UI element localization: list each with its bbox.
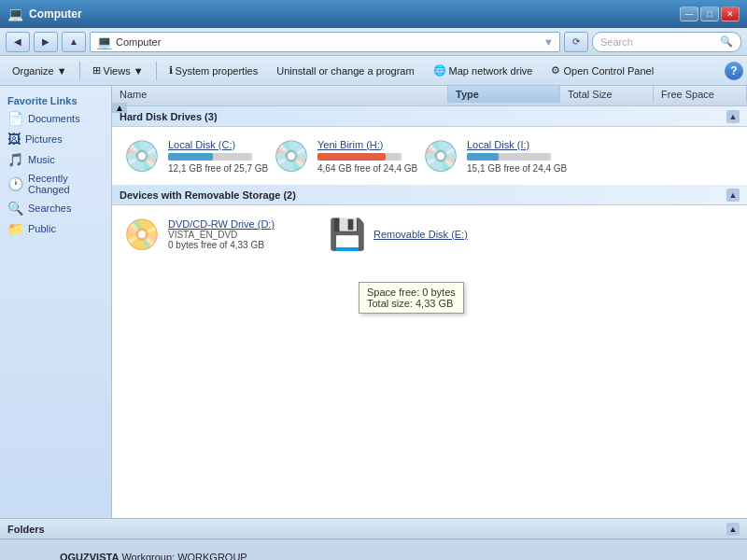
drive-i-info: Local Disk (I:) 15,1 GB free of 24,4 GB bbox=[467, 139, 567, 174]
sidebar-item-public[interactable]: 📁 Public bbox=[0, 218, 111, 239]
map-network-button[interactable]: 🌐 Map network drive bbox=[425, 60, 542, 82]
computer-large-icon: 🖥 bbox=[11, 553, 49, 561]
sidebar-item-recently-changed[interactable]: 🕐 Recently Changed bbox=[0, 170, 111, 198]
open-control-panel-button[interactable]: ⚙ Open Control Panel bbox=[543, 60, 662, 82]
drive-h-bar-bg bbox=[317, 153, 402, 161]
usb-icon: 💾 bbox=[329, 217, 366, 252]
drive-i-name: Local Disk (I:) bbox=[467, 139, 567, 150]
search-icon: 🔍 bbox=[720, 35, 733, 48]
address-box[interactable]: 💻 Computer ▼ bbox=[90, 32, 560, 52]
close-button[interactable]: ✕ bbox=[721, 7, 740, 21]
back-button[interactable]: ◀ bbox=[6, 32, 30, 52]
toolbar-separator-1 bbox=[79, 62, 80, 80]
maximize-button[interactable]: □ bbox=[700, 7, 719, 21]
folders-collapse-button[interactable]: ▲ bbox=[726, 523, 740, 536]
computer-info: OGUZVISTA Workgroup: WORKGROUP Processor… bbox=[60, 550, 276, 560]
system-properties-button[interactable]: ℹ System properties bbox=[161, 60, 267, 82]
dropdown-icon2: ▼ bbox=[134, 65, 144, 77]
views-button[interactable]: ⊞ Views ▼ bbox=[84, 60, 152, 82]
drive-h-top: 💿 Yeni Birim (H:) 4,64 GB free of 24,4 G… bbox=[273, 138, 396, 174]
sysinfo-icon: ℹ bbox=[169, 64, 173, 77]
title-text: Computer bbox=[29, 7, 82, 21]
address-path: Computer bbox=[116, 36, 161, 48]
col-name[interactable]: Name bbox=[112, 86, 448, 103]
uninstall-button[interactable]: Uninstall or change a program bbox=[268, 60, 422, 82]
removable-grid: 📀 DVD/CD-RW Drive (D:) VISTA_EN_DVD 0 by… bbox=[112, 205, 747, 263]
drive-h-icon: 💿 bbox=[273, 138, 310, 174]
pictures-icon: 🖼 bbox=[7, 132, 21, 147]
hard-drives-collapse[interactable]: ▲ bbox=[726, 110, 740, 123]
removable-label: Devices with Removable Storage (2) bbox=[120, 189, 296, 201]
drive-grid: 💿 Local Disk (C:) 12,1 GB free of 25,7 G… bbox=[112, 127, 747, 185]
refresh-button[interactable]: ⟳ bbox=[564, 32, 588, 52]
usb-name: Removable Disk (E:) bbox=[374, 229, 468, 240]
col-type[interactable]: Type bbox=[448, 86, 560, 103]
sidebar-item-music[interactable]: 🎵 Music bbox=[0, 149, 111, 170]
removable-disk[interactable]: 💾 Removable Disk (E:) bbox=[325, 213, 512, 256]
tooltip-line1: Space free: 0 bytes bbox=[367, 287, 456, 298]
searches-icon: 🔍 bbox=[7, 201, 23, 216]
window-controls: — □ ✕ bbox=[680, 7, 740, 21]
network-icon: 🌐 bbox=[433, 64, 446, 77]
main-layout: Favorite Links 📄 Documents 🖼 Pictures 🎵 … bbox=[0, 86, 747, 518]
sidebar: Favorite Links 📄 Documents 🖼 Pictures 🎵 … bbox=[0, 86, 112, 518]
title-bar: 💻 Computer — □ ✕ bbox=[0, 0, 747, 28]
col-free-space[interactable]: Free Space bbox=[654, 86, 747, 103]
help-button[interactable]: ? bbox=[725, 62, 743, 80]
forward-button[interactable]: ▶ bbox=[34, 32, 58, 52]
drive-h-bar-fill bbox=[317, 153, 386, 161]
computer-name-line: OGUZVISTA Workgroup: WORKGROUP bbox=[60, 550, 276, 560]
minimize-button[interactable]: — bbox=[680, 7, 698, 21]
dropdown-icon: ▼ bbox=[57, 65, 67, 77]
dvd-icon: 📀 bbox=[123, 217, 161, 252]
toolbar-separator-2 bbox=[156, 62, 157, 80]
removable-section-header: Devices with Removable Storage (2) ▲ bbox=[112, 185, 747, 205]
usb-info: Removable Disk (E:) bbox=[374, 229, 468, 240]
drive-h-info: Yeni Birim (H:) 4,64 GB free of 24,4 GB bbox=[317, 139, 417, 174]
sidebar-item-pictures[interactable]: 🖼 Pictures bbox=[0, 129, 111, 149]
drive-h-free: 4,64 GB free of 24,4 GB bbox=[317, 163, 417, 174]
dvd-drive[interactable]: 📀 DVD/CD-RW Drive (D:) VISTA_EN_DVD 0 by… bbox=[120, 213, 306, 256]
address-bar: ◀ ▶ ▲ 💻 Computer ▼ ⟳ Search 🔍 bbox=[0, 28, 747, 56]
hard-drives-section-header: Hard Disk Drives (3) ▲ bbox=[112, 106, 747, 127]
sidebar-header: Favorite Links bbox=[0, 93, 111, 108]
drive-h[interactable]: 💿 Yeni Birim (H:) 4,64 GB free of 24,4 G… bbox=[269, 134, 400, 177]
public-icon: 📁 bbox=[7, 221, 23, 236]
bottom-panel: 🖥 OGUZVISTA Workgroup: WORKGROUP Process… bbox=[0, 539, 747, 560]
tooltip: Space free: 0 bytes Total size: 4,33 GB bbox=[359, 282, 464, 314]
drive-i-icon: 💿 bbox=[422, 138, 459, 174]
dvd-name: DVD/CD-RW Drive (D:) bbox=[168, 218, 275, 230]
drive-c-bar-bg bbox=[168, 153, 252, 161]
drive-i-free: 15,1 GB free of 24,4 GB bbox=[467, 163, 567, 174]
folder-icon: 💻 bbox=[7, 7, 23, 21]
col-total-size[interactable]: Total Size bbox=[560, 86, 654, 103]
search-placeholder: Search bbox=[600, 36, 633, 48]
drive-c-free: 12,1 GB free of 25,7 GB bbox=[168, 163, 268, 174]
drive-i-bar-bg bbox=[467, 153, 551, 161]
control-panel-icon: ⚙ bbox=[551, 64, 560, 77]
organize-button[interactable]: Organize ▼ bbox=[4, 60, 76, 82]
views-icon: ⊞ bbox=[92, 64, 101, 77]
drive-i-bar-fill bbox=[467, 153, 499, 161]
search-box[interactable]: Search 🔍 bbox=[592, 32, 741, 52]
sidebar-item-documents[interactable]: 📄 Documents bbox=[0, 108, 111, 129]
music-icon: 🎵 bbox=[7, 152, 23, 167]
toolbar: Organize ▼ ⊞ Views ▼ ℹ System properties… bbox=[0, 56, 747, 86]
hard-drives-label: Hard Disk Drives (3) bbox=[120, 111, 218, 122]
computer-icon-small: 💻 bbox=[96, 35, 112, 49]
drive-h-name: Yeni Birim (H:) bbox=[317, 139, 417, 150]
up-button[interactable]: ▲ bbox=[62, 32, 86, 52]
dvd-free: 0 bytes free of 4,33 GB bbox=[168, 240, 275, 250]
drive-c-top: 💿 Local Disk (C:) 12,1 GB free of 25,7 G… bbox=[123, 138, 247, 174]
dvd-info: DVD/CD-RW Drive (D:) VISTA_EN_DVD 0 byte… bbox=[168, 218, 275, 250]
favorite-links-section: Favorite Links 📄 Documents 🖼 Pictures 🎵 … bbox=[0, 93, 111, 239]
drive-c-name: Local Disk (C:) bbox=[168, 139, 268, 150]
removable-collapse[interactable]: ▲ bbox=[726, 189, 740, 202]
drive-c-icon: 💿 bbox=[123, 138, 161, 174]
drive-c-info: Local Disk (C:) 12,1 GB free of 25,7 GB bbox=[168, 139, 268, 174]
column-headers: Name Type Total Size Free Space ▲ bbox=[112, 86, 747, 106]
sidebar-item-searches[interactable]: 🔍 Searches bbox=[0, 198, 111, 218]
drive-i[interactable]: 💿 Local Disk (I:) 15,1 GB free of 24,4 G… bbox=[418, 134, 549, 177]
dropdown-arrow[interactable]: ▼ bbox=[543, 36, 554, 48]
drive-c[interactable]: 💿 Local Disk (C:) 12,1 GB free of 25,7 G… bbox=[120, 134, 250, 177]
